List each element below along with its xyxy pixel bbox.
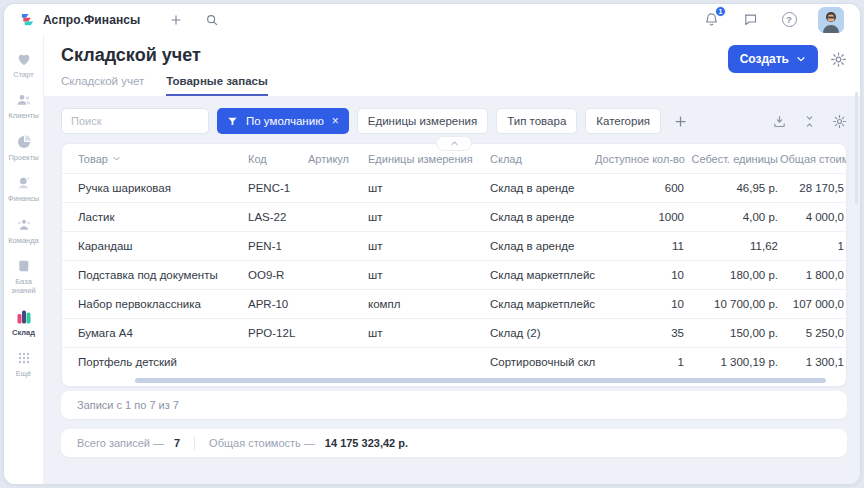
help-button[interactable]: ? — [779, 10, 799, 30]
sidebar-item-projects[interactable]: Проекты — [4, 134, 44, 162]
gear-icon — [832, 114, 847, 129]
sidebar-item-finance[interactable]: Финансы — [4, 175, 44, 203]
column-header-article[interactable]: Артикул — [308, 153, 368, 165]
cell-warehouse: Склад в аренде — [490, 240, 595, 252]
notifications-button[interactable]: 1 — [701, 10, 721, 30]
clear-filter-icon[interactable]: × — [332, 114, 339, 128]
cell-unit: компл — [368, 298, 490, 310]
global-search-button[interactable] — [202, 10, 222, 30]
total-records-label: Всего записей — — [77, 437, 164, 449]
cell-warehouse: Сортировочный скла — [490, 356, 595, 368]
tab-warehouse-accounting[interactable]: Складской учет — [61, 75, 144, 96]
sidebar: Старт Клиенты Проекты Финансы Команда — [4, 35, 44, 484]
column-header-total-cost[interactable]: Общая стоим — [780, 153, 846, 165]
table-row[interactable]: Ручка шариковая PENC-1 шт Склад в аренде… — [62, 173, 846, 202]
horizontal-scroll-area — [62, 376, 846, 386]
cell-qty: 1000 — [595, 211, 686, 223]
cell-product: Подставка под документы — [78, 269, 248, 281]
create-button[interactable]: Создать — [728, 45, 818, 73]
records-info-bar: Записи с 1 по 7 из 7 — [61, 391, 847, 419]
user-avatar[interactable] — [818, 7, 844, 33]
sidebar-item-team[interactable]: Команда — [4, 217, 44, 245]
total-records-value: 7 — [174, 437, 180, 449]
sidebar-item-clients[interactable]: Клиенты — [4, 92, 44, 120]
total-cost-label: Общая стоимость — — [209, 437, 315, 449]
table-row[interactable]: Бумага А4 PPO-12L шт Склад (2) 35 150,00… — [62, 318, 846, 347]
table-tools — [772, 114, 847, 129]
cell-product: Набор первоклассника — [78, 298, 248, 310]
collapse-rows-button[interactable] — [803, 115, 816, 128]
gear-icon — [830, 51, 847, 68]
chevron-up-icon — [450, 139, 459, 148]
collapse-table-button[interactable] — [436, 136, 472, 151]
table-row[interactable]: Ластик LAS-22 шт Склад в аренде 1000 4,0… — [62, 202, 846, 231]
cell-unit-cost: 1 300,19 р. — [686, 356, 780, 368]
main-area: Складской учет Создать Складской учет То… — [44, 35, 860, 484]
cell-product: Ручка шариковая — [78, 182, 248, 194]
plus-icon — [673, 114, 688, 129]
table-row[interactable]: Карандаш PEN-1 шт Склад в аренде 11 11,6… — [62, 231, 846, 260]
app-name: Аспро.Финансы — [43, 13, 140, 27]
page-settings-button[interactable] — [830, 51, 847, 68]
heart-icon — [16, 51, 32, 67]
active-filter-chip[interactable]: По умолчанию × — [217, 108, 349, 134]
chat-icon — [743, 12, 758, 27]
column-header-code[interactable]: Код — [248, 153, 308, 165]
sidebar-item-knowledge-base[interactable]: База знаний — [4, 258, 44, 296]
question-icon: ? — [782, 12, 797, 27]
records-info: Записи с 1 по 7 из 7 — [77, 399, 179, 411]
total-cost-value: 14 175 323,42 р. — [325, 437, 408, 449]
filter-chip-product-type[interactable]: Тип товара — [496, 108, 577, 134]
add-filter-button[interactable] — [673, 114, 688, 129]
table-row[interactable]: Портфель детский Сортировочный скла 1 1 … — [62, 347, 846, 376]
column-header-unit-cost[interactable]: Себест. единицы — [686, 153, 780, 165]
cell-code: PPO-12L — [248, 327, 308, 339]
inventory-table: Товар Код Артикул Единицы измерения Скла… — [61, 143, 847, 387]
cell-product: Портфель детский — [78, 356, 248, 368]
table-settings-button[interactable] — [832, 114, 847, 129]
summary-bar: Всего записей — 7 Общая стоимость — 14 1… — [61, 429, 847, 457]
messages-button[interactable] — [740, 10, 760, 30]
cell-qty: 35 — [595, 327, 686, 339]
cell-total-cost: 5 250,0 — [780, 327, 846, 339]
column-header-qty[interactable]: Доступное кол-во — [595, 153, 686, 165]
cell-code: OO9-R — [248, 269, 308, 281]
sidebar-item-more[interactable]: Ещё — [4, 350, 44, 378]
content: По умолчанию × Единицы измерения Тип тов… — [44, 96, 860, 457]
table-row[interactable]: Подставка под документы OO9-R шт Склад м… — [62, 260, 846, 289]
search-input[interactable] — [61, 108, 209, 134]
sidebar-item-start[interactable]: Старт — [4, 51, 44, 79]
table-row[interactable]: Набор первоклассника APR-10 компл Склад … — [62, 289, 846, 318]
filter-chip-category[interactable]: Категория — [585, 108, 661, 134]
cell-warehouse: Склад (2) — [490, 327, 595, 339]
export-button[interactable] — [772, 114, 787, 129]
cell-product: Ластик — [78, 211, 248, 223]
cell-total-cost: 1 300,1 — [780, 356, 846, 368]
chevron-down-icon — [796, 54, 806, 64]
collapse-vertical-icon — [803, 115, 816, 128]
vertical-scrollbar[interactable] — [855, 92, 858, 204]
book-icon — [16, 258, 32, 274]
cell-unit: шт — [368, 182, 490, 194]
cell-code: LAS-22 — [248, 211, 308, 223]
finance-icon — [16, 175, 32, 191]
avatar-photo-icon — [818, 7, 844, 33]
sort-chevron-icon — [112, 154, 121, 163]
tab-inventory[interactable]: Товарные запасы — [166, 75, 268, 96]
column-header-product[interactable]: Товар — [78, 153, 248, 165]
cell-unit: шт — [368, 269, 490, 281]
funnel-icon — [227, 116, 238, 127]
quick-add-button[interactable] — [166, 10, 186, 30]
cell-qty: 10 — [595, 298, 686, 310]
people-icon — [16, 92, 32, 108]
cell-unit-cost: 46,95 р. — [686, 182, 780, 194]
app-window: Аспро.Финансы 1 ? — [3, 3, 861, 485]
filter-chip-units[interactable]: Единицы измерения — [357, 108, 488, 134]
horizontal-scrollbar[interactable] — [135, 378, 826, 383]
notification-badge: 1 — [715, 6, 726, 17]
sidebar-item-warehouse[interactable]: Склад — [4, 309, 44, 337]
download-icon — [772, 114, 787, 129]
team-icon — [16, 217, 32, 233]
column-header-warehouse[interactable]: Склад — [490, 153, 595, 165]
column-header-unit[interactable]: Единицы измерения — [368, 153, 490, 165]
